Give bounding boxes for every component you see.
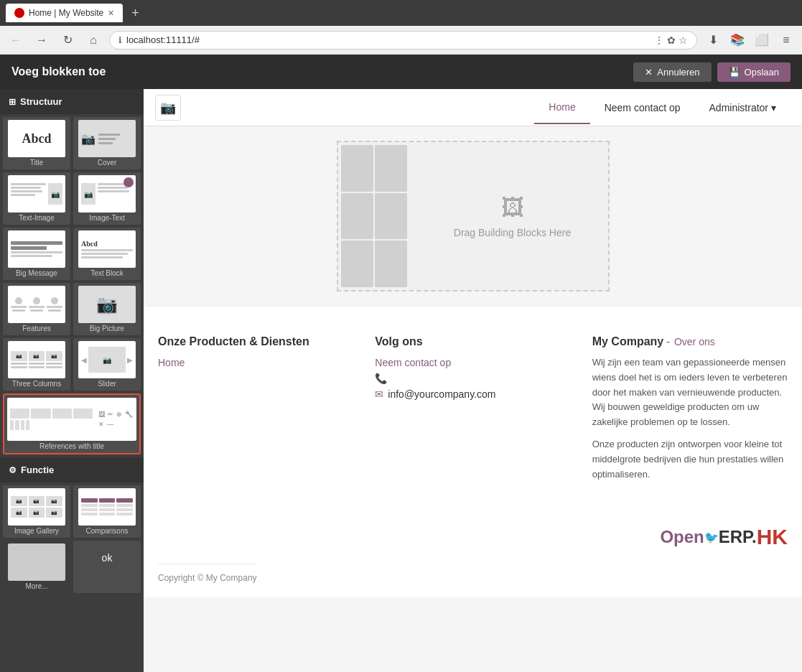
big-line-2 — [11, 246, 47, 250]
footer-col-2: Volg ons Neem contact op 📞 ✉ info@yourco… — [375, 335, 570, 489]
footer-col-3: My Company - Over ons Wij zijn een team … — [592, 335, 788, 489]
over-ons-link[interactable]: Over ons — [674, 336, 715, 347]
block-text-image-label: Text-Image — [19, 214, 54, 222]
dz-cell-5 — [341, 241, 373, 287]
footer-email-item: ✉ info@yourcompany.com — [375, 388, 570, 400]
gallery-item-4: 📷 — [11, 508, 27, 518]
col-cam-1: 📷 — [11, 351, 27, 361]
main-area: ⊞ Structuur Abcd Title 📷 — [0, 89, 802, 672]
drop-zone-content: 🖼 Drag Building Blocks Here — [454, 195, 571, 238]
website-logo[interactable]: 📷 — [155, 95, 181, 121]
reload-button[interactable]: ↻ — [57, 30, 78, 50]
nav-contact-link[interactable]: Neem contact op — [590, 92, 695, 123]
website-footer: Onze Producten & Diensten Home Volg ons … — [144, 306, 802, 597]
star-icon[interactable]: ☆ — [679, 34, 688, 46]
line-4 — [11, 194, 35, 196]
dz-cell-2 — [375, 145, 407, 192]
block-features-label: Features — [22, 325, 50, 332]
company-name-row: My Company - Over ons — [592, 335, 788, 348]
cancel-x-icon: ✕ — [645, 67, 653, 78]
sync-icon[interactable]: ⬜ — [752, 30, 772, 50]
download-icon[interactable]: ⬇ — [703, 30, 723, 50]
separator: - — [666, 336, 670, 347]
browser-toolbar: ← → ↻ ⌂ ℹ localhost:11111/# ⋮ ✿ ☆ ⬇ 📚 ⬜ … — [0, 26, 802, 55]
library-icon[interactable]: 📚 — [727, 30, 747, 50]
footer-col1-home-link[interactable]: Home — [158, 357, 353, 368]
line-2 — [98, 187, 128, 189]
save-button[interactable]: 💾 Opslaan — [717, 62, 791, 82]
logo-bird-icon: 🐦 — [704, 531, 719, 544]
comp-col-1 — [81, 498, 98, 515]
forward-button[interactable]: → — [32, 30, 52, 50]
comp-col-2 — [99, 498, 116, 515]
structure-grid: Abcd Title 📷 — [0, 114, 144, 457]
block-cover[interactable]: 📷 Cover — [73, 117, 141, 169]
gallery-preview-inner: 📷 📷 📷 📷 📷 📷 — [8, 493, 65, 521]
block-text-image[interactable]: 📷 Text-Image — [3, 172, 70, 225]
block-title[interactable]: Abcd Title — [3, 117, 70, 169]
ref-item-8 — [26, 420, 29, 430]
ref-dash: — — [107, 421, 113, 428]
drop-zone[interactable]: 🖼 Drag Building Blocks Here — [337, 141, 610, 291]
comp-row-5 — [99, 508, 116, 511]
header-actions: ✕ Annuleren 💾 Opslaan — [633, 62, 791, 82]
gallery-item-6: 📷 — [46, 508, 62, 518]
cover-preview-inner: 📷 — [78, 120, 136, 157]
line-3 — [98, 190, 129, 192]
tb-line-2 — [81, 253, 128, 255]
footer-logo-area: Open 🐦 ERP. HK — [158, 518, 788, 549]
purple-dot-indicator — [123, 177, 134, 187]
new-tab-button[interactable]: + — [129, 6, 142, 21]
block-big-picture[interactable]: 📷 Big Picture — [73, 283, 141, 335]
drop-zone-text: Drag Building Blocks Here — [454, 227, 571, 238]
footer-email-text: info@yourcompany.com — [388, 388, 495, 400]
browser-tab[interactable]: Home | My Website ✕ — [6, 4, 123, 22]
block-features[interactable]: Features — [3, 283, 70, 335]
block-three-columns[interactable]: 📷 📷 📷 — [3, 338, 70, 391]
bookmark-icon[interactable]: ⋮ — [654, 34, 664, 46]
functie-icon: ⚙ — [9, 465, 17, 475]
block-slider[interactable]: ◀ 📷 ▶ Slider — [73, 338, 141, 391]
tab-close-button[interactable]: ✕ — [108, 9, 114, 18]
ref-item-7 — [21, 420, 24, 430]
more-block-label: More... — [25, 582, 47, 590]
grid-icon: ⊞ — [9, 97, 16, 107]
block-three-columns-label: Three Columns — [12, 380, 61, 388]
ok-button[interactable]: ok — [76, 543, 138, 572]
block-cover-label: Cover — [98, 159, 117, 167]
back-button[interactable]: ← — [6, 30, 26, 50]
footer-col2-contact-link[interactable]: Neem contact op — [375, 357, 570, 368]
block-features-preview — [8, 286, 65, 323]
pocket-icon[interactable]: ✿ — [667, 34, 676, 46]
block-references-with-title[interactable]: 🖼 ✏ ⊕ 🔧 ✕ — References with title — [3, 393, 141, 454]
menu-icon[interactable]: ≡ — [776, 30, 796, 50]
nav-home-link[interactable]: Home — [534, 91, 589, 124]
tb-line-1 — [81, 249, 133, 251]
app-title: Voeg blokken toe — [11, 65, 106, 78]
block-image-text[interactable]: 📷 Image-Text — [73, 172, 141, 225]
block-ok-button-area[interactable]: ok — [73, 541, 141, 593]
block-big-message-label: Big Message — [16, 269, 57, 277]
p-line-2 — [10, 561, 63, 564]
nav-admin-dropdown[interactable]: Administrator ▾ — [695, 92, 791, 123]
comp-col-3 — [116, 498, 133, 515]
block-big-message[interactable]: Big Message — [3, 228, 70, 280]
cancel-button[interactable]: ✕ Annuleren — [633, 62, 711, 82]
line-1 — [11, 183, 46, 185]
feature-icon-1 — [15, 297, 22, 304]
block-image-gallery[interactable]: 📷 📷 📷 📷 📷 📷 Image Gallery — [3, 485, 70, 538]
block-cover-preview: 📷 — [78, 120, 136, 157]
address-bar[interactable]: ℹ localhost:11111/# ⋮ ✿ ☆ — [109, 31, 697, 50]
feature-col-3 — [47, 297, 62, 312]
thin-line-2 — [11, 255, 52, 257]
image-square: 📷 — [48, 183, 62, 205]
block-comparisons[interactable]: Comparisons — [73, 485, 141, 538]
home-button[interactable]: ⌂ — [83, 30, 103, 50]
col-block-3: 📷 — [46, 351, 62, 368]
logo-open: Open — [660, 527, 704, 547]
title-preview-text: Abcd — [22, 131, 51, 146]
p-line-3 — [10, 565, 63, 567]
ref-ctrl-1: 🖼 — [98, 411, 105, 418]
phone-icon: 📞 — [375, 373, 387, 384]
block-text-block[interactable]: Abcd Text Block — [73, 228, 141, 280]
